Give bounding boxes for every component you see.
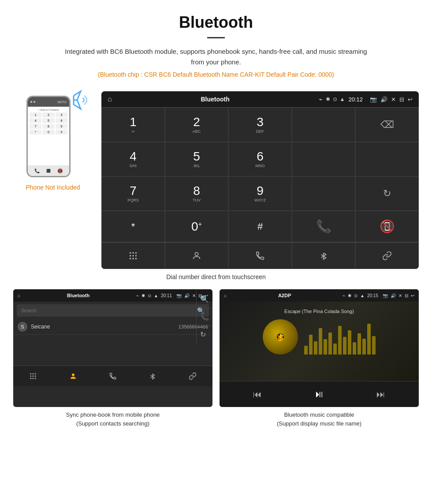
eq-bar	[348, 330, 351, 355]
location-icon: ⊙	[333, 96, 337, 102]
prev-track-btn[interactable]: ⏮	[248, 387, 267, 402]
phone-bottom: 📞 ⬛ 📵	[28, 165, 69, 176]
pb-cam-icon: 📷	[176, 293, 182, 298]
svg-point-3	[135, 252, 137, 254]
dial-call-green[interactable]: 📞	[292, 211, 355, 242]
dial-status-title: Bluetooth	[115, 96, 315, 103]
pb-toolbar	[13, 366, 212, 386]
svg-point-18	[35, 376, 36, 377]
dial-empty-3	[355, 142, 419, 176]
svg-point-4	[130, 255, 131, 257]
dial-key-5[interactable]: 5 JKL	[165, 142, 228, 176]
phone-not-included-label: Phone Not Included	[26, 184, 80, 191]
dial-key-7[interactable]: 7 PQRS	[101, 176, 165, 211]
svg-point-15	[35, 373, 36, 374]
music-statusbar: ⌂ A2DP ⌁ ✱ ⊙ ▲ 20:15 📷 🔊 ✕ ⊟ ↩	[220, 289, 419, 302]
eq-bar	[319, 328, 322, 355]
music-time: 20:15	[367, 293, 378, 298]
phone-key: *	[30, 130, 41, 134]
music-loc-icon: ⊙	[354, 293, 358, 298]
camera-icon: 📷	[370, 96, 377, 103]
page-description: Integrated with BC6 Bluetooth module, su…	[62, 46, 370, 67]
dial-key-8[interactable]: 8 TUV	[165, 176, 228, 211]
svg-point-10	[195, 253, 198, 256]
dial-key-1[interactable]: 1 ∞	[101, 108, 165, 142]
phone-container: MOTO + Add to Contacts 1 2 3 4 5 6 7 8 9	[13, 91, 93, 191]
phonebook-caption-line2: (Support contacts searching)	[13, 419, 212, 428]
toolbar-contacts[interactable]	[165, 243, 228, 269]
pb-statusbar: ⌂ Bluetooth ⌁ ✱ ⊙ ▲ 20:11 📷 🔊 ✕ ⊟ ↩	[13, 289, 212, 302]
svg-point-1	[130, 252, 131, 254]
music-back-icon: ↩	[411, 293, 414, 298]
music-title-bar: A2DP	[229, 293, 340, 298]
dial-key-2[interactable]: 2 ABC	[165, 108, 228, 142]
music-win-icon: ⊟	[405, 293, 408, 298]
toolbar-phone[interactable]	[228, 243, 292, 269]
phonebook-caption-line1: Sync phone-book from mobile phone	[13, 411, 212, 419]
pb-apps-icon	[29, 372, 37, 380]
status-time: 20:12	[348, 96, 363, 103]
equalizer-bars	[304, 319, 376, 355]
music-main: Escape (The Pina Colada Song) ♪	[220, 302, 419, 381]
page-header: Bluetooth Integrated with BC6 Bluetooth …	[0, 0, 432, 91]
pb-side-search[interactable]: 🔍	[196, 291, 212, 308]
pb-side-redial[interactable]: ↻	[196, 326, 212, 343]
play-pause-btn[interactable]: ⏯	[309, 386, 329, 403]
eq-bar	[309, 335, 313, 355]
dial-redial[interactable]: ↻	[355, 176, 419, 211]
dial-screen: ⌂ Bluetooth ⌁ ✱ ⊙ ▲ 20:12 📷 🔊 ✕ ⊟ ↩ 1 ∞ …	[101, 91, 419, 269]
pb-loc-icon: ⊙	[148, 293, 151, 298]
pb-title: Bluetooth	[23, 293, 134, 298]
dial-empty-2	[292, 142, 355, 176]
dial-caption: Dial number direct from touchscreen	[0, 273, 432, 280]
bluetooth-status-icon: ✱	[326, 96, 330, 102]
phone-dot	[30, 101, 32, 103]
eq-bar	[324, 339, 327, 355]
phone-key: 9	[56, 124, 67, 129]
toolbar-apps[interactable]	[101, 243, 165, 269]
phonebook-screen: ⌂ Bluetooth ⌁ ✱ ⊙ ▲ 20:11 📷 🔊 ✕ ⊟ ↩ Sear…	[13, 289, 212, 407]
svg-point-20	[33, 378, 34, 379]
next-track-btn[interactable]: ⏭	[371, 387, 391, 402]
pb-bt-btn[interactable]	[133, 370, 172, 383]
bluetooth-specs: (Bluetooth chip : CSR BC6 Default Blueto…	[9, 71, 423, 78]
status-icons: ✱ ⊙ ▲	[326, 96, 345, 102]
eq-bar	[314, 341, 317, 355]
svg-point-14	[33, 373, 34, 374]
dial-key-6[interactable]: 6 MNO	[228, 142, 292, 176]
pb-apps-btn[interactable]	[13, 370, 53, 383]
dial-key-4[interactable]: 4 GHI	[101, 142, 165, 176]
pb-person-icon	[69, 372, 77, 380]
pb-link-btn[interactable]	[173, 370, 212, 383]
pb-person-btn[interactable]	[53, 370, 93, 383]
toolbar-bluetooth[interactable]	[292, 243, 355, 269]
dial-statusbar: ⌂ Bluetooth ⌁ ✱ ⊙ ▲ 20:12 📷 🔊 ✕ ⊟ ↩	[101, 91, 419, 107]
eq-bar	[333, 343, 337, 355]
pb-search-bar[interactable]: Search 🔍	[17, 304, 209, 317]
music-screenshot: ⌂ A2DP ⌁ ✱ ⊙ ▲ 20:15 📷 🔊 ✕ ⊟ ↩ Escape (T…	[220, 289, 419, 428]
pb-side-phone[interactable]: 📞	[196, 308, 212, 326]
dial-backspace[interactable]: ⌫	[355, 108, 419, 142]
music-home-icon: ⌂	[224, 293, 227, 298]
music-vol-icon: 🔊	[391, 293, 396, 298]
phone-wrapper: MOTO + Add to Contacts 1 2 3 4 5 6 7 8 9	[26, 91, 79, 179]
phone-key: 3	[56, 112, 67, 117]
dial-key-hash[interactable]: #	[228, 211, 292, 242]
contact-row[interactable]: S Seicane 13566664466	[13, 319, 212, 335]
pb-link-icon	[189, 372, 197, 380]
window-icon: ⊟	[399, 96, 404, 103]
toolbar-link[interactable]	[355, 243, 419, 269]
dial-key-star[interactable]: *	[101, 211, 165, 242]
music-usb-icon: ⌁	[343, 293, 345, 298]
phone-key: 0	[42, 130, 54, 134]
svg-point-5	[132, 255, 134, 257]
dial-key-9[interactable]: 9 WXYZ	[228, 176, 292, 211]
phone-top-bar: MOTO	[28, 97, 69, 107]
dial-key-0[interactable]: 0+	[165, 211, 228, 242]
eq-bar	[338, 326, 342, 355]
person-icon	[192, 251, 201, 261]
pb-phone-btn[interactable]	[93, 370, 133, 383]
dial-call-red[interactable]: 📵	[355, 211, 419, 242]
dial-key-3[interactable]: 3 DEF	[228, 108, 292, 142]
music-cam-icon: 📷	[383, 293, 388, 298]
